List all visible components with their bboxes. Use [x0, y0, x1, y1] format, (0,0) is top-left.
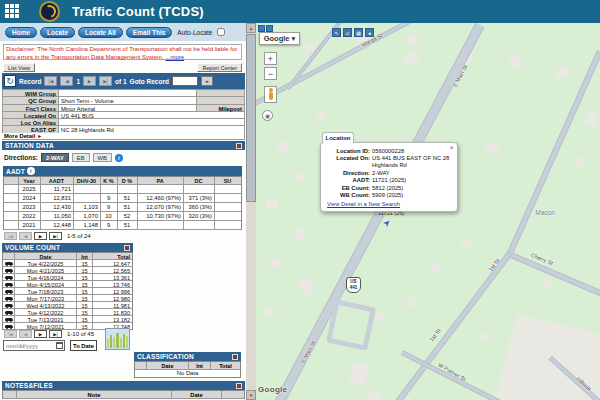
volume-detail-link[interactable] — [3, 281, 15, 288]
volume-detail-link[interactable] — [3, 316, 15, 323]
zoom-in-button[interactable]: + — [264, 52, 277, 65]
directions-info-icon[interactable]: i — [115, 154, 123, 162]
locate-button[interactable]: Locate — [40, 27, 75, 38]
last-record-button[interactable]: ▶| — [99, 76, 112, 86]
direction-2way-button[interactable]: 2-WAY — [41, 153, 69, 162]
car-icon — [5, 304, 13, 307]
to-date-button[interactable]: To Date — [70, 340, 97, 351]
calendar-icon[interactable] — [56, 342, 63, 349]
aadt-prev-page-button[interactable]: ◀ — [19, 232, 32, 240]
direction-eb-button[interactable]: EB — [72, 153, 90, 162]
direction-wb-button[interactable]: WB — [93, 153, 112, 162]
locate-all-button[interactable]: Locate All — [78, 27, 123, 38]
measure-tool-icon[interactable]: ▱ — [343, 28, 352, 37]
aadt-row: 202112,4481,148951 — [4, 221, 241, 230]
left-panel: Home Locate Locate All Email This Auto-L… — [0, 23, 246, 400]
aadt-cell — [184, 221, 215, 230]
refresh-icon[interactable]: ↻ — [4, 75, 16, 87]
home-button[interactable]: Home — [5, 27, 37, 38]
my-location-icon[interactable]: ◉ — [262, 110, 273, 121]
info-window-tab: Location — [322, 132, 354, 143]
volume-cell: Tue 4/16/2024 — [15, 274, 77, 281]
building — [275, 140, 289, 156]
volume-cell: Mon 4/15/2024 — [15, 281, 77, 288]
panel-scrollbar[interactable]: ▲ ▼ — [246, 23, 256, 400]
collapse-icon[interactable] — [236, 143, 242, 149]
collapse-icon[interactable] — [232, 354, 238, 360]
aadt-next-page-button[interactable]: ▶ — [34, 232, 47, 240]
more-detail-toggle[interactable]: More Detail ► — [2, 133, 245, 140]
field-label: WIM Group — [3, 90, 59, 96]
volume-graph-thumbnail[interactable] — [105, 328, 130, 350]
aadt-cell — [101, 185, 118, 194]
aadt-first-page-button[interactable]: |◀ — [4, 232, 17, 240]
volume-detail-link[interactable] — [3, 302, 15, 309]
scroll-down-icon[interactable]: ▼ — [246, 390, 256, 400]
info-label: EB Count: — [324, 185, 372, 192]
disclaimer-more-link[interactable]: ...more — [165, 54, 184, 60]
volume-detail-link[interactable] — [3, 260, 15, 267]
building — [461, 238, 470, 246]
aadt-cell: 52 — [118, 212, 138, 221]
building — [265, 308, 274, 317]
next-record-button[interactable]: ▶ — [83, 76, 96, 86]
collapse-icon[interactable] — [124, 245, 130, 251]
goto-record-input[interactable] — [172, 76, 198, 86]
map-panel[interactable]: E Main St E Main St Cherry St 1st St 1st… — [256, 23, 600, 400]
street-view-pegman-icon[interactable] — [264, 86, 277, 103]
aadt-cell: 371 (3%) — [184, 194, 215, 203]
notes-col-blank — [3, 391, 17, 399]
notes-table: Note Date — [2, 390, 245, 399]
info-row: Location ID:0560000228 — [324, 148, 454, 155]
tcds-app: Traffic Count (TCDS) Home Locate Locate … — [0, 0, 600, 400]
settings-tool-icon[interactable]: ● — [365, 28, 374, 37]
scroll-up-icon[interactable]: ▲ — [246, 23, 256, 33]
auto-locate-checkbox[interactable] — [217, 28, 225, 36]
pan-tool-icon[interactable]: ↖ — [332, 28, 341, 37]
volume-first-page-button[interactable]: |◀ — [4, 330, 17, 338]
aadt-cell: 12,460 (97%) — [138, 194, 184, 203]
collapse-icon[interactable] — [236, 383, 242, 389]
building — [294, 227, 306, 241]
goto-record-go-button[interactable]: » — [201, 76, 213, 86]
view-detail-link[interactable]: View Detail in a New Search — [327, 201, 400, 207]
volume-row: Tue 4/12/20221511,830 — [3, 309, 132, 316]
car-icon — [5, 290, 13, 293]
volume-cell: Wed 4/13/2022 — [15, 302, 77, 309]
goto-record-label: Goto Record — [130, 78, 169, 85]
google-watermark: Google — [258, 385, 287, 394]
basemap-selector[interactable]: Google ▾ — [259, 32, 300, 45]
volume-detail-link[interactable] — [3, 288, 15, 295]
map-small-button-1[interactable] — [258, 25, 265, 32]
notes-col-end — [222, 391, 244, 399]
first-record-button[interactable]: |◀ — [44, 76, 57, 86]
volume-detail-link[interactable] — [3, 309, 15, 316]
volume-detail-link[interactable] — [3, 323, 15, 330]
aadt-last-page-button[interactable]: ▶| — [49, 232, 62, 240]
volume-detail-link[interactable] — [3, 295, 15, 302]
apps-grid-icon[interactable] — [5, 4, 20, 19]
zoom-out-button[interactable]: − — [264, 67, 277, 80]
report-center-button[interactable]: Report Center — [197, 63, 242, 72]
current-record: 1 — [76, 78, 80, 85]
info-rows: Location ID:0560000228Located On:US 441 … — [324, 148, 454, 200]
volume-prev-page-button[interactable]: ◀ — [19, 330, 32, 338]
aadt-table: Year AADT DHV-30 K % D % PA DC SU 202511… — [3, 176, 242, 230]
volume-cell: 15 — [77, 316, 93, 323]
volume-page-range: 1-10 of 45 — [67, 331, 94, 337]
volume-detail-link[interactable] — [3, 267, 15, 274]
volume-detail-link[interactable] — [3, 274, 15, 281]
volume-last-page-button[interactable]: ▶| — [49, 330, 62, 338]
station-marker-icon[interactable]: ➤ — [381, 217, 393, 229]
volume-next-page-button[interactable]: ▶ — [34, 330, 47, 338]
overview-tool-icon[interactable]: ▦ — [354, 28, 363, 37]
aadt-info-icon[interactable]: i — [27, 167, 35, 175]
volume-cell: 15 — [77, 302, 93, 309]
list-view-button[interactable]: List View — [3, 63, 35, 72]
ncdot-logo — [39, 1, 60, 22]
prev-record-button[interactable]: ◀ — [60, 76, 73, 86]
email-this-button[interactable]: Email This — [126, 27, 173, 38]
map-small-button-2[interactable] — [266, 25, 273, 32]
scrollbar-thumb[interactable] — [246, 34, 256, 202]
road-cherry-st — [505, 250, 600, 299]
